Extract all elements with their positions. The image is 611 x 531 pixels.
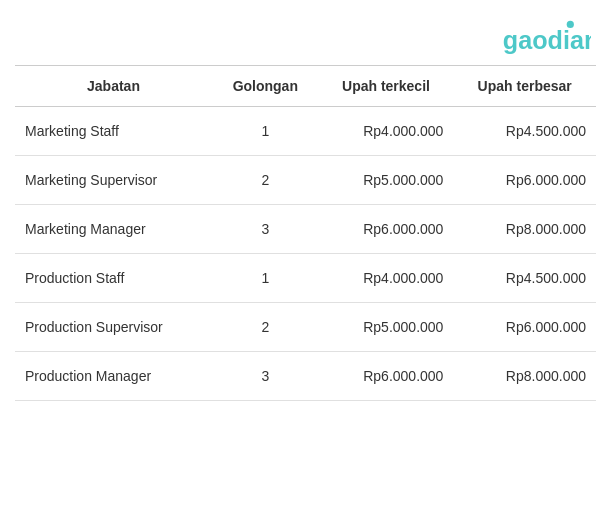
cell-golongan: 3 [212,205,319,254]
table-row: Marketing Manager3Rp6.000.000Rp8.000.000 [15,205,596,254]
svg-point-1 [567,21,574,28]
cell-upah-terbesar: Rp4.500.000 [453,107,596,156]
cell-upah-terkecil: Rp4.000.000 [319,107,454,156]
table-header-row: Jabatan Golongan Upah terkecil Upah terb… [15,66,596,107]
cell-jabatan: Production Staff [15,254,212,303]
cell-golongan: 1 [212,254,319,303]
cell-upah-terbesar: Rp8.000.000 [453,205,596,254]
header-jabatan: Jabatan [15,66,212,107]
cell-golongan: 1 [212,107,319,156]
cell-upah-terkecil: Rp4.000.000 [319,254,454,303]
cell-jabatan: Production Manager [15,352,212,401]
header-upah-terkecil: Upah terkecil [319,66,454,107]
cell-upah-terbesar: Rp4.500.000 [453,254,596,303]
cell-golongan: 2 [212,156,319,205]
cell-upah-terbesar: Rp6.000.000 [453,156,596,205]
cell-golongan: 2 [212,303,319,352]
svg-text:gaodian: gaodian [503,26,591,54]
table-row: Production Manager3Rp6.000.000Rp8.000.00… [15,352,596,401]
cell-upah-terbesar: Rp8.000.000 [453,352,596,401]
table-row: Production Staff1Rp4.000.000Rp4.500.000 [15,254,596,303]
table-row: Production Supervisor2Rp5.000.000Rp6.000… [15,303,596,352]
logo: gaodian [501,15,591,63]
cell-jabatan: Marketing Supervisor [15,156,212,205]
cell-jabatan: Marketing Staff [15,107,212,156]
salary-table-container: Jabatan Golongan Upah terkecil Upah terb… [15,65,596,401]
cell-golongan: 3 [212,352,319,401]
salary-table: Jabatan Golongan Upah terkecil Upah terb… [15,65,596,401]
cell-upah-terkecil: Rp6.000.000 [319,205,454,254]
cell-jabatan: Marketing Manager [15,205,212,254]
cell-jabatan: Production Supervisor [15,303,212,352]
table-row: Marketing Staff1Rp4.000.000Rp4.500.000 [15,107,596,156]
table-row: Marketing Supervisor2Rp5.000.000Rp6.000.… [15,156,596,205]
cell-upah-terkecil: Rp5.000.000 [319,156,454,205]
cell-upah-terkecil: Rp6.000.000 [319,352,454,401]
header-upah-terbesar: Upah terbesar [453,66,596,107]
cell-upah-terbesar: Rp6.000.000 [453,303,596,352]
header-golongan: Golongan [212,66,319,107]
cell-upah-terkecil: Rp5.000.000 [319,303,454,352]
